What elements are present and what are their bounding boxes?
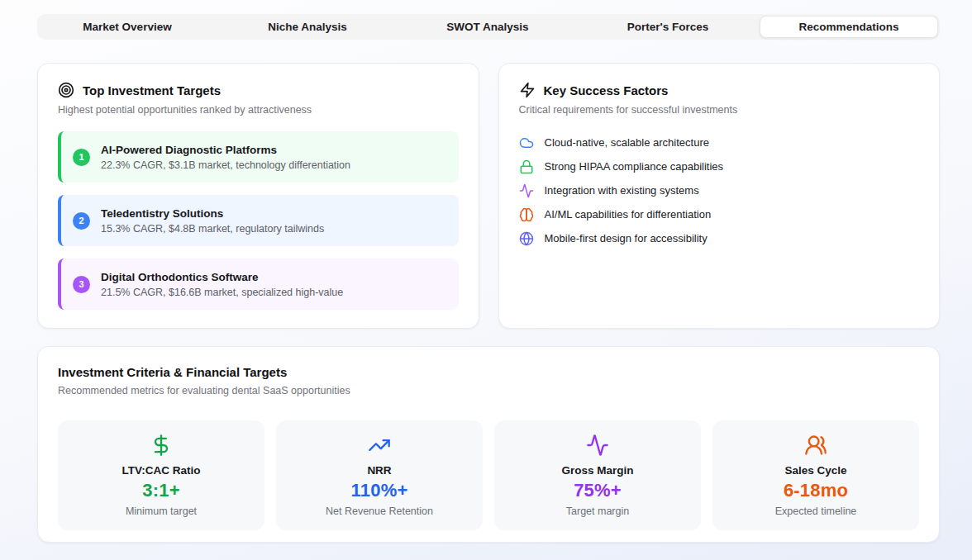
factor-text: Integration with existing systems (545, 184, 699, 197)
target-name: Digital Orthodontics Software (101, 271, 343, 283)
key-success-factors-card: Key Success Factors Critical requirement… (498, 63, 941, 329)
brain-icon (519, 207, 534, 222)
metric-caption: Expected timeline (775, 505, 857, 517)
metric-label: Sales Cycle (784, 464, 846, 477)
card-subtitle: Highest potential opportunities ranked b… (58, 104, 459, 116)
tab-swot-analysis[interactable]: SWOT Analysis (399, 16, 576, 38)
card-title: Top Investment Targets (83, 83, 221, 97)
metric-value: 6-18mo (784, 480, 848, 501)
factor-item: Mobile-first design for accessibility (519, 231, 920, 245)
factor-text: Cloud-native, scalable architecture (545, 136, 709, 149)
factor-text: AI/ML capabilities for differentiation (545, 208, 712, 221)
tab-market-overview[interactable]: Market Overview (39, 16, 216, 38)
target-item-1[interactable]: 1 AI-Powered Diagnostic Platforms 22.3% … (58, 131, 459, 183)
metric-caption: Target margin (566, 505, 629, 517)
metric-value: 75%+ (574, 480, 622, 501)
target-item-2[interactable]: 2 Teledentistry Solutions 15.3% CAGR, $4… (58, 195, 459, 246)
target-icon (58, 82, 74, 98)
metric-value: 3:1+ (142, 480, 179, 501)
card-title: Investment Criteria & Financial Targets (58, 365, 919, 379)
tab-niche-analysis[interactable]: Niche Analysis (219, 16, 396, 38)
factor-item: AI/ML capabilities for differentiation (519, 207, 920, 221)
metric-caption: Minimum target (126, 505, 197, 517)
target-detail: 15.3% CAGR, $4.8B market, regulatory tai… (101, 223, 324, 235)
card-title: Key Success Factors (544, 83, 669, 97)
activity-icon (519, 183, 534, 198)
metric-sales-cycle[interactable]: Sales Cycle 6-18mo Expected timeline (712, 420, 919, 530)
metric-tiles: LTV:CAC Ratio 3:1+ Minimum target NRR 11… (58, 420, 919, 530)
target-texts: AI-Powered Diagnostic Platforms 22.3% CA… (101, 144, 350, 171)
factor-item: Cloud-native, scalable architecture (519, 135, 920, 149)
rank-badge: 1 (73, 149, 90, 166)
target-texts: Teledentistry Solutions 15.3% CAGR, $4.8… (101, 207, 324, 235)
dollar-icon (150, 434, 173, 457)
tab-porters-forces[interactable]: Porter's Forces (579, 16, 756, 38)
target-name: AI-Powered Diagnostic Platforms (101, 144, 350, 156)
metric-gross-margin[interactable]: Gross Margin 75%+ Target margin (494, 420, 701, 530)
globe-icon (519, 231, 534, 246)
metric-label: LTV:CAC Ratio (122, 464, 201, 477)
trending-up-icon (368, 434, 391, 457)
success-factor-list: Cloud-native, scalable architecture Stro… (519, 135, 920, 245)
tab-recommendations[interactable]: Recommendations (760, 16, 938, 38)
recommendations-page: Market Overview Niche Analysis SWOT Anal… (0, 0, 972, 543)
investment-criteria-card: Investment Criteria & Financial Targets … (37, 346, 940, 543)
rank-badge: 2 (73, 212, 90, 230)
card-subtitle: Recommended metrics for evaluating denta… (58, 385, 919, 396)
factor-text: Mobile-first design for accessibility (545, 232, 708, 244)
metric-caption: Net Revenue Retention (326, 505, 433, 517)
top-cards-row: Top Investment Targets Highest potential… (37, 63, 940, 328)
lock-icon (519, 159, 534, 174)
target-texts: Digital Orthodontics Software 21.5% CAGR… (101, 271, 343, 298)
users-icon (804, 434, 827, 457)
target-name: Teledentistry Solutions (101, 207, 324, 220)
rank-badge: 3 (73, 276, 90, 293)
target-detail: 21.5% CAGR, $16.6B market, specialized h… (101, 287, 343, 298)
metric-ltv-cac[interactable]: LTV:CAC Ratio 3:1+ Minimum target (58, 420, 264, 530)
target-list: 1 AI-Powered Diagnostic Platforms 22.3% … (58, 131, 459, 310)
metric-label: NRR (367, 464, 391, 477)
target-item-3[interactable]: 3 Digital Orthodontics Software 21.5% CA… (58, 259, 459, 310)
factor-item: Strong HIPAA compliance capabilities (519, 159, 920, 173)
metric-label: Gross Margin (561, 464, 633, 477)
card-header: Top Investment Targets (58, 82, 459, 98)
factor-item: Integration with existing systems (519, 183, 920, 197)
target-detail: 22.3% CAGR, $3.1B market, technology dif… (101, 159, 350, 171)
analysis-tabbar: Market Overview Niche Analysis SWOT Anal… (37, 14, 940, 40)
cloud-icon (519, 135, 534, 150)
zap-icon (519, 82, 536, 98)
card-header: Key Success Factors (519, 82, 920, 98)
metric-nrr[interactable]: NRR 110%+ Net Revenue Retention (276, 420, 483, 530)
metric-value: 110%+ (351, 480, 408, 501)
card-subtitle: Critical requirements for successful inv… (519, 104, 920, 116)
factor-text: Strong HIPAA compliance capabilities (545, 160, 724, 173)
top-investment-targets-card: Top Investment Targets Highest potential… (37, 63, 479, 329)
activity-icon (586, 434, 609, 457)
